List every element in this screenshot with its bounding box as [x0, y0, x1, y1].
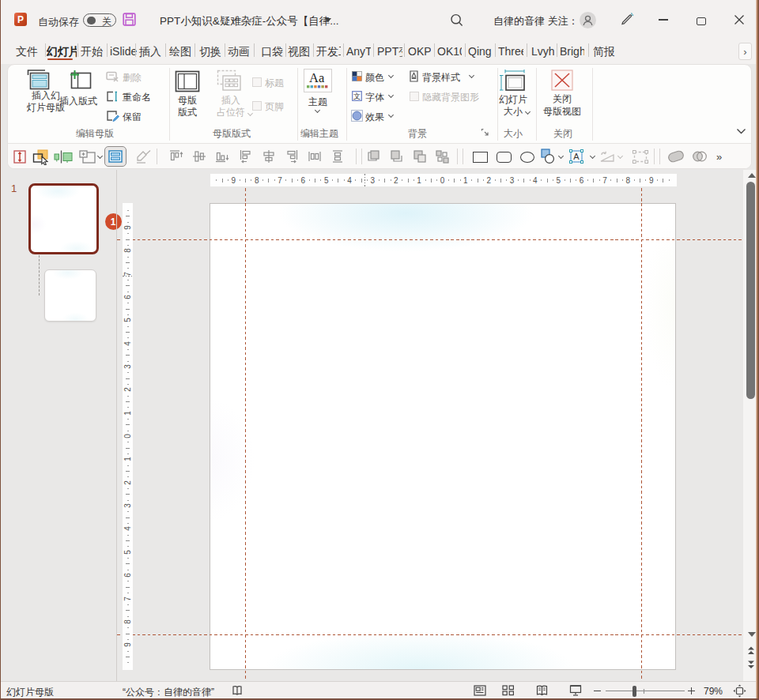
- svg-text:A: A: [573, 152, 580, 161]
- svg-text:文: 文: [353, 92, 361, 100]
